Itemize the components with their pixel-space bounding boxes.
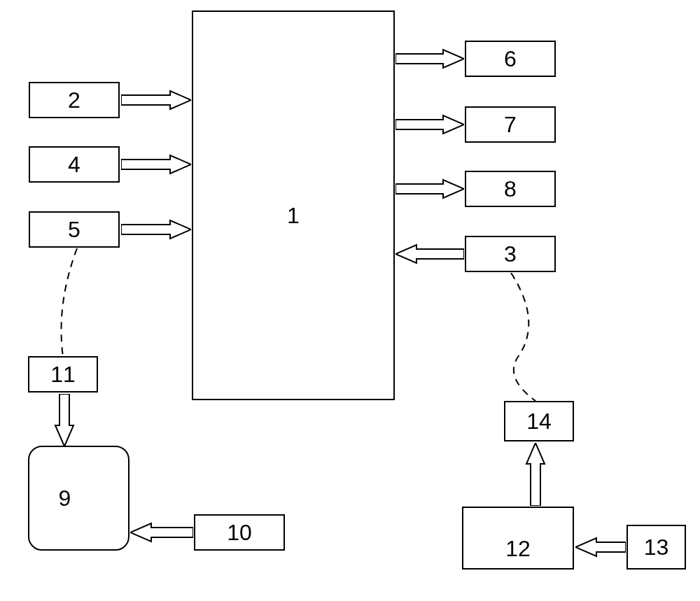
svg-marker-7 (55, 394, 74, 446)
block-5-label: 5 (68, 217, 80, 243)
arrow-5-to-1 (121, 219, 191, 240)
arrow-1-to-6 (396, 48, 464, 69)
arrow-2-to-1 (121, 90, 191, 111)
block-1: 1 (192, 10, 395, 400)
svg-marker-9 (526, 443, 545, 506)
arrow-1-to-7 (396, 114, 464, 135)
block-4-label: 4 (68, 152, 80, 178)
block-13-label: 13 (644, 535, 669, 560)
block-8-label: 8 (504, 176, 517, 202)
block-3-label: 3 (504, 241, 517, 267)
block-9: 9 (28, 446, 130, 551)
block-11-label: 11 (50, 362, 76, 388)
block-1-label: 1 (287, 182, 300, 229)
block-14-label: 14 (526, 409, 552, 434)
block-11: 11 (28, 356, 98, 393)
block-9-label: 9 (59, 486, 71, 511)
block-12-label: 12 (505, 515, 531, 562)
dashed-3-to-14 (490, 273, 560, 402)
svg-marker-8 (130, 523, 193, 542)
svg-marker-5 (396, 180, 464, 198)
block-3: 3 (465, 236, 556, 272)
svg-marker-1 (121, 155, 191, 174)
block-13: 13 (626, 525, 686, 570)
block-7: 7 (465, 106, 556, 143)
block-2-label: 2 (68, 87, 80, 113)
block-2: 2 (29, 82, 120, 118)
arrow-4-to-1 (121, 154, 191, 175)
svg-marker-4 (396, 115, 464, 134)
block-12: 12 (462, 507, 574, 570)
block-10: 10 (194, 514, 285, 551)
svg-marker-3 (396, 50, 464, 68)
arrow-10-to-9 (130, 522, 193, 543)
svg-marker-2 (121, 220, 191, 239)
block-10-label: 10 (227, 520, 252, 546)
block-5: 5 (29, 211, 120, 248)
dashed-5-to-11 (42, 248, 98, 360)
block-7-label: 7 (504, 112, 517, 138)
svg-marker-0 (121, 91, 191, 109)
arrow-1-to-8 (396, 178, 464, 199)
block-4: 4 (29, 146, 120, 183)
block-6-label: 6 (504, 46, 517, 72)
block-8: 8 (465, 171, 556, 207)
block-6: 6 (465, 41, 556, 77)
arrow-13-to-12 (575, 537, 626, 558)
block-14: 14 (504, 401, 574, 441)
arrow-12-to-14 (525, 443, 546, 506)
svg-marker-6 (396, 245, 464, 263)
arrow-3-to-1 (396, 243, 464, 264)
svg-marker-10 (575, 538, 626, 556)
arrow-11-to-9 (54, 394, 75, 446)
